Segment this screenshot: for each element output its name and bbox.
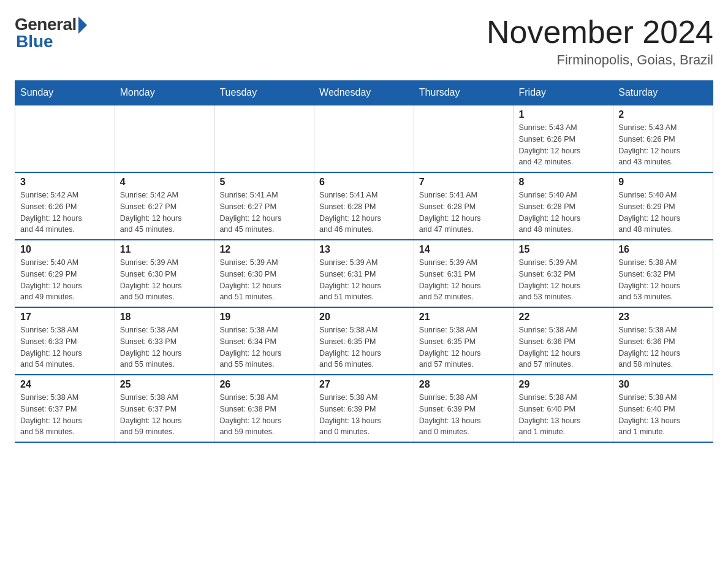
day-info: Sunrise: 5:38 AMSunset: 6:40 PMDaylight:…	[618, 392, 708, 438]
location-subtitle: Firminopolis, Goias, Brazil	[487, 52, 713, 68]
calendar-week-row: 3Sunrise: 5:42 AMSunset: 6:26 PMDaylight…	[15, 172, 713, 240]
calendar-cell: 25Sunrise: 5:38 AMSunset: 6:37 PMDayligh…	[115, 375, 214, 442]
day-info: Sunrise: 5:41 AMSunset: 6:28 PMDaylight:…	[419, 190, 509, 236]
day-info: Sunrise: 5:40 AMSunset: 6:29 PMDaylight:…	[20, 257, 110, 303]
calendar-cell: 27Sunrise: 5:38 AMSunset: 6:39 PMDayligh…	[314, 375, 414, 442]
day-info: Sunrise: 5:41 AMSunset: 6:27 PMDaylight:…	[219, 190, 309, 236]
day-number: 3	[20, 177, 110, 188]
day-number: 15	[519, 244, 609, 255]
col-header-thursday: Thursday	[414, 81, 514, 105]
day-number: 2	[618, 109, 708, 120]
calendar-cell: 3Sunrise: 5:42 AMSunset: 6:26 PMDaylight…	[15, 172, 115, 240]
calendar-cell: 2Sunrise: 5:43 AMSunset: 6:26 PMDaylight…	[613, 105, 713, 172]
calendar-cell: 9Sunrise: 5:40 AMSunset: 6:29 PMDaylight…	[613, 172, 713, 240]
day-number: 21	[419, 312, 509, 323]
day-number: 6	[319, 177, 409, 188]
day-number: 8	[519, 177, 609, 188]
calendar-week-row: 1Sunrise: 5:43 AMSunset: 6:26 PMDaylight…	[15, 105, 713, 172]
day-info: Sunrise: 5:38 AMSunset: 6:40 PMDaylight:…	[519, 392, 609, 438]
day-number: 20	[319, 312, 409, 323]
day-number: 7	[419, 177, 509, 188]
day-number: 10	[20, 244, 110, 255]
day-info: Sunrise: 5:38 AMSunset: 6:35 PMDaylight:…	[419, 324, 509, 370]
calendar-cell: 21Sunrise: 5:38 AMSunset: 6:35 PMDayligh…	[414, 307, 514, 375]
day-number: 18	[120, 312, 210, 323]
day-info: Sunrise: 5:38 AMSunset: 6:36 PMDaylight:…	[618, 324, 708, 370]
calendar-cell: 14Sunrise: 5:39 AMSunset: 6:31 PMDayligh…	[414, 240, 514, 307]
calendar-week-row: 24Sunrise: 5:38 AMSunset: 6:37 PMDayligh…	[15, 375, 713, 442]
day-info: Sunrise: 5:39 AMSunset: 6:32 PMDaylight:…	[519, 257, 609, 303]
calendar-cell: 19Sunrise: 5:38 AMSunset: 6:34 PMDayligh…	[214, 307, 314, 375]
day-info: Sunrise: 5:42 AMSunset: 6:27 PMDaylight:…	[120, 190, 210, 236]
day-info: Sunrise: 5:39 AMSunset: 6:31 PMDaylight:…	[319, 257, 409, 303]
calendar-cell: 11Sunrise: 5:39 AMSunset: 6:30 PMDayligh…	[115, 240, 214, 307]
calendar-cell: 8Sunrise: 5:40 AMSunset: 6:28 PMDaylight…	[514, 172, 613, 240]
day-info: Sunrise: 5:39 AMSunset: 6:31 PMDaylight:…	[419, 257, 509, 303]
col-header-monday: Monday	[115, 81, 214, 105]
day-info: Sunrise: 5:38 AMSunset: 6:34 PMDaylight:…	[219, 324, 309, 370]
day-info: Sunrise: 5:40 AMSunset: 6:29 PMDaylight:…	[618, 190, 708, 236]
logo-arrow-icon	[78, 17, 87, 34]
calendar-cell: 22Sunrise: 5:38 AMSunset: 6:36 PMDayligh…	[514, 307, 613, 375]
day-number: 25	[120, 379, 210, 390]
day-number: 16	[618, 244, 708, 255]
day-number: 1	[519, 109, 609, 120]
col-header-saturday: Saturday	[613, 81, 713, 105]
day-number: 28	[419, 379, 509, 390]
day-info: Sunrise: 5:38 AMSunset: 6:39 PMDaylight:…	[319, 392, 409, 438]
logo-blue-text: Blue	[15, 32, 53, 52]
col-header-sunday: Sunday	[15, 81, 115, 105]
day-number: 27	[319, 379, 409, 390]
col-header-tuesday: Tuesday	[214, 81, 314, 105]
day-number: 9	[618, 177, 708, 188]
day-info: Sunrise: 5:40 AMSunset: 6:28 PMDaylight:…	[519, 190, 609, 236]
calendar-cell: 4Sunrise: 5:42 AMSunset: 6:27 PMDaylight…	[115, 172, 214, 240]
day-info: Sunrise: 5:38 AMSunset: 6:38 PMDaylight:…	[219, 392, 309, 438]
day-number: 24	[20, 379, 110, 390]
calendar-cell: 12Sunrise: 5:39 AMSunset: 6:30 PMDayligh…	[214, 240, 314, 307]
day-number: 13	[319, 244, 409, 255]
day-number: 11	[120, 244, 210, 255]
day-number: 17	[20, 312, 110, 323]
day-info: Sunrise: 5:42 AMSunset: 6:26 PMDaylight:…	[20, 190, 110, 236]
calendar-cell: 13Sunrise: 5:39 AMSunset: 6:31 PMDayligh…	[314, 240, 414, 307]
day-number: 12	[219, 244, 309, 255]
calendar-cell: 10Sunrise: 5:40 AMSunset: 6:29 PMDayligh…	[15, 240, 115, 307]
day-number: 29	[519, 379, 609, 390]
day-info: Sunrise: 5:38 AMSunset: 6:37 PMDaylight:…	[20, 392, 110, 438]
calendar-cell: 17Sunrise: 5:38 AMSunset: 6:33 PMDayligh…	[15, 307, 115, 375]
page-header: General Blue November 2024 Firminopolis,…	[15, 15, 713, 68]
calendar-cell: 29Sunrise: 5:38 AMSunset: 6:40 PMDayligh…	[514, 375, 613, 442]
day-info: Sunrise: 5:38 AMSunset: 6:32 PMDaylight:…	[618, 257, 708, 303]
day-info: Sunrise: 5:38 AMSunset: 6:33 PMDaylight:…	[20, 324, 110, 370]
day-info: Sunrise: 5:38 AMSunset: 6:37 PMDaylight:…	[120, 392, 210, 438]
day-number: 30	[618, 379, 708, 390]
day-number: 4	[120, 177, 210, 188]
calendar-cell: 18Sunrise: 5:38 AMSunset: 6:33 PMDayligh…	[115, 307, 214, 375]
calendar-week-row: 10Sunrise: 5:40 AMSunset: 6:29 PMDayligh…	[15, 240, 713, 307]
calendar-cell: 28Sunrise: 5:38 AMSunset: 6:39 PMDayligh…	[414, 375, 514, 442]
calendar-cell: 30Sunrise: 5:38 AMSunset: 6:40 PMDayligh…	[613, 375, 713, 442]
day-info: Sunrise: 5:38 AMSunset: 6:36 PMDaylight:…	[519, 324, 609, 370]
calendar-cell	[214, 105, 314, 172]
title-block: November 2024 Firminopolis, Goias, Brazi…	[487, 15, 713, 68]
col-header-wednesday: Wednesday	[314, 81, 414, 105]
calendar-cell: 24Sunrise: 5:38 AMSunset: 6:37 PMDayligh…	[15, 375, 115, 442]
day-info: Sunrise: 5:38 AMSunset: 6:39 PMDaylight:…	[419, 392, 509, 438]
calendar-cell	[115, 105, 214, 172]
day-info: Sunrise: 5:39 AMSunset: 6:30 PMDaylight:…	[219, 257, 309, 303]
day-number: 23	[618, 312, 708, 323]
month-title: November 2024	[487, 15, 713, 50]
calendar-cell: 23Sunrise: 5:38 AMSunset: 6:36 PMDayligh…	[613, 307, 713, 375]
day-number: 5	[219, 177, 309, 188]
calendar-week-row: 17Sunrise: 5:38 AMSunset: 6:33 PMDayligh…	[15, 307, 713, 375]
day-info: Sunrise: 5:38 AMSunset: 6:33 PMDaylight:…	[120, 324, 210, 370]
calendar-cell: 6Sunrise: 5:41 AMSunset: 6:28 PMDaylight…	[314, 172, 414, 240]
day-number: 26	[219, 379, 309, 390]
calendar-cell: 26Sunrise: 5:38 AMSunset: 6:38 PMDayligh…	[214, 375, 314, 442]
day-number: 22	[519, 312, 609, 323]
logo: General Blue	[15, 15, 87, 52]
calendar-table: SundayMondayTuesdayWednesdayThursdayFrid…	[15, 80, 713, 443]
calendar-cell	[414, 105, 514, 172]
calendar-cell: 5Sunrise: 5:41 AMSunset: 6:27 PMDaylight…	[214, 172, 314, 240]
